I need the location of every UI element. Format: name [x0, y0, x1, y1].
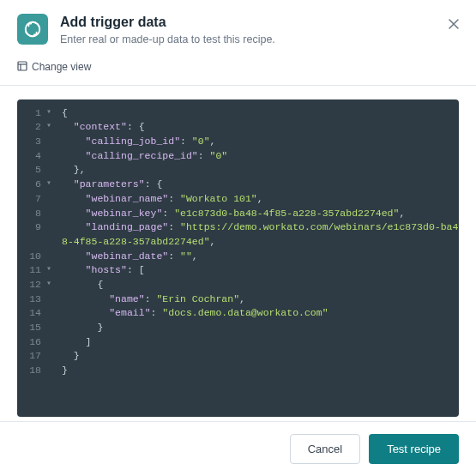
code-content: "email": "docs.demo.data@workato.com": [58, 306, 459, 321]
line-number: 13: [17, 292, 46, 307]
code-line[interactable]: 1▾{: [17, 106, 459, 121]
code-content: "parameters": {: [58, 178, 459, 192]
change-view-button[interactable]: Change view: [17, 61, 91, 74]
code-line[interactable]: 3 "calling_job_id": "0",: [17, 135, 459, 149]
code-line[interactable]: 7 "webinar_name": "Workato 101",: [17, 192, 459, 207]
line-number: 15: [17, 321, 46, 335]
code-line[interactable]: 10 "webinar_date": "",: [17, 250, 459, 264]
code-line[interactable]: 14 "email": "docs.demo.data@workato.com": [17, 306, 459, 321]
layout-icon: [17, 61, 27, 74]
code-line[interactable]: 13 "name": "Erin Cochran",: [17, 292, 459, 307]
line-number: 11: [17, 263, 46, 278]
code-content: "landing_page": "https://demo.workato.co…: [58, 220, 459, 249]
code-area: 1▾{2▾ "context": {3 "calling_job_id": "0…: [0, 86, 476, 421]
close-button[interactable]: [445, 15, 462, 33]
code-line[interactable]: 4 "calling_recipe_id": "0": [17, 149, 459, 164]
dialog-header: Add trigger data Enter real or made-up d…: [0, 0, 476, 56]
code-content: "calling_job_id": "0",: [58, 135, 459, 149]
code-line[interactable]: 5 },: [17, 163, 459, 178]
line-number: 17: [17, 349, 46, 364]
code-content: },: [58, 163, 459, 178]
code-content: ]: [58, 335, 459, 350]
line-number: 2: [17, 120, 46, 135]
code-content: "hosts": [: [58, 263, 459, 278]
app-icon: [17, 14, 48, 45]
cancel-button[interactable]: Cancel: [290, 434, 360, 464]
code-content: {: [58, 106, 459, 121]
line-number: 3: [17, 135, 46, 149]
fold-toggle-icon[interactable]: ▾: [46, 263, 58, 276]
test-recipe-button[interactable]: Test recipe: [369, 434, 459, 464]
code-line[interactable]: 18}: [17, 364, 459, 378]
code-content: "webinar_date": "",: [58, 250, 459, 264]
fold-toggle-icon[interactable]: ▾: [46, 106, 58, 119]
line-number: 12: [17, 278, 46, 292]
change-view-label: Change view: [32, 61, 91, 73]
code-content: "webinar_name": "Workato 101",: [58, 192, 459, 207]
code-line[interactable]: 17 }: [17, 349, 459, 364]
dialog-title: Add trigger data: [60, 14, 459, 32]
line-number: 6: [17, 178, 46, 192]
line-number: 5: [17, 163, 46, 178]
code-content: }: [58, 349, 459, 364]
svg-rect-1: [18, 62, 27, 70]
fold-toggle-icon[interactable]: ▾: [46, 178, 58, 190]
dialog-footer: Cancel Test recipe: [0, 421, 476, 476]
code-line[interactable]: 9 "landing_page": "https://demo.workato.…: [17, 220, 459, 249]
code-content: "webinar_key": "e1c873d0-ba48-4f85-a228-…: [58, 207, 459, 221]
fold-toggle-icon[interactable]: ▾: [46, 278, 58, 291]
line-number: 7: [17, 192, 46, 207]
line-number: 14: [17, 306, 46, 321]
line-number: 8: [17, 207, 46, 221]
line-number: 9: [17, 220, 46, 235]
code-content: {: [58, 278, 459, 292]
code-content: "name": "Erin Cochran",: [58, 292, 459, 307]
code-line[interactable]: 12▾ {: [17, 278, 459, 292]
code-line[interactable]: 15 }: [17, 321, 459, 335]
code-line[interactable]: 16 ]: [17, 335, 459, 350]
line-number: 4: [17, 149, 46, 164]
line-number: 10: [17, 250, 46, 264]
code-line[interactable]: 2▾ "context": {: [17, 120, 459, 135]
code-content: }: [58, 364, 459, 378]
dialog-subtitle: Enter real or made-up data to test this …: [60, 33, 459, 45]
line-number: 1: [17, 106, 46, 121]
line-number: 18: [17, 364, 46, 378]
code-content: }: [58, 321, 459, 335]
code-content: "calling_recipe_id": "0": [58, 149, 459, 164]
line-number: 16: [17, 335, 46, 350]
code-editor[interactable]: 1▾{2▾ "context": {3 "calling_job_id": "0…: [17, 99, 459, 417]
code-line[interactable]: 8 "webinar_key": "e1c873d0-ba48-4f85-a22…: [17, 207, 459, 221]
code-content: "context": {: [58, 120, 459, 135]
fold-toggle-icon[interactable]: ▾: [46, 120, 58, 133]
toolbar: Change view: [0, 56, 476, 85]
code-line[interactable]: 6▾ "parameters": {: [17, 178, 459, 192]
code-line[interactable]: 11▾ "hosts": [: [17, 263, 459, 278]
